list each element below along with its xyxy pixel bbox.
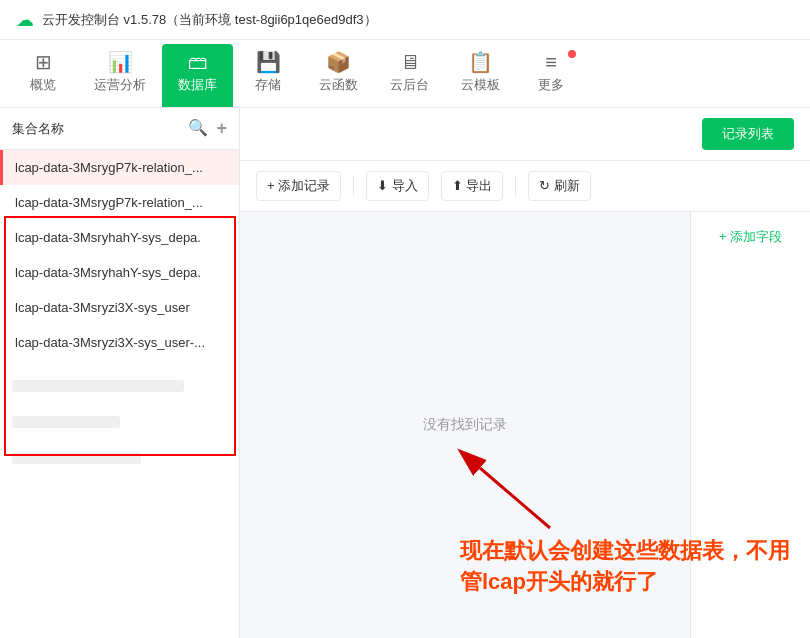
nav-functions-label: 云函数	[319, 76, 358, 94]
functions-icon: 📦	[326, 52, 351, 72]
overview-icon: ⊞	[35, 52, 52, 72]
nav-database[interactable]: 🗃 数据库	[162, 44, 233, 107]
nav-overview[interactable]: ⊞ 概览	[8, 44, 78, 107]
add-field-panel[interactable]: + 添加字段	[690, 212, 810, 638]
nav-database-label: 数据库	[178, 76, 217, 94]
nav-bar: ⊞ 概览 📊 运营分析 🗃 数据库 💾 存储 📦 云函数 🖥 云后台 📋 云模板…	[0, 40, 810, 108]
nav-storage-label: 存储	[255, 76, 281, 94]
add-record-button[interactable]: + 添加记录	[256, 171, 341, 201]
collection-item[interactable]: lcap-data-3Msryzi3X-sys_user	[0, 290, 239, 325]
import-button[interactable]: ⬇ 导入	[366, 171, 429, 201]
database-icon: 🗃	[188, 52, 208, 72]
collection-item[interactable]: lcap-data-3MsryhahY-sys_depa.	[0, 220, 239, 255]
sidebar-header: 集合名称 🔍 +	[0, 108, 239, 150]
analytics-icon: 📊	[108, 52, 133, 72]
sidebar-header-actions: 🔍 +	[188, 118, 227, 139]
nav-analytics-label: 运营分析	[94, 76, 146, 94]
right-panel: 记录列表 + 添加记录 ⬇ 导入 ⬆ 导出 ↻ 刷新 没有找到记录 + 添加字段	[240, 108, 810, 638]
sidebar: 集合名称 🔍 + lcap-data-3MsrygP7k-relation_..…	[0, 108, 240, 638]
nav-more[interactable]: ≡ 更多	[516, 44, 586, 107]
nav-templates-label: 云模板	[461, 76, 500, 94]
nav-more-label: 更多	[538, 76, 564, 94]
blurred-items	[0, 360, 239, 484]
nav-backend-label: 云后台	[390, 76, 429, 94]
toolbar-divider	[515, 176, 516, 196]
blurred-item	[0, 368, 239, 404]
content-area: 没有找到记录 + 添加字段	[240, 212, 810, 638]
nav-storage[interactable]: 💾 存储	[233, 44, 303, 107]
add-collection-icon[interactable]: +	[216, 118, 227, 139]
empty-text: 没有找到记录	[423, 416, 507, 434]
add-field-label: + 添加字段	[719, 228, 782, 246]
templates-icon: 📋	[468, 52, 493, 72]
nav-functions[interactable]: 📦 云函数	[303, 44, 374, 107]
storage-icon: 💾	[256, 52, 281, 72]
nav-backend[interactable]: 🖥 云后台	[374, 44, 445, 107]
nav-templates[interactable]: 📋 云模板	[445, 44, 516, 107]
refresh-button[interactable]: ↻ 刷新	[528, 171, 591, 201]
collection-item[interactable]: lcap-data-3MsryhahY-sys_depa.	[0, 255, 239, 290]
sidebar-title: 集合名称	[12, 120, 64, 138]
backend-icon: 🖥	[400, 52, 420, 72]
collection-item[interactable]: lcap-data-3MsrygP7k-relation_...	[0, 185, 239, 220]
app-logo-icon: ☁	[16, 9, 34, 31]
record-list-button[interactable]: 记录列表	[702, 118, 794, 150]
nav-analytics[interactable]: 📊 运营分析	[78, 44, 162, 107]
toolbar: + 添加记录 ⬇ 导入 ⬆ 导出 ↻ 刷新	[240, 161, 810, 212]
action-bar: 记录列表	[240, 108, 810, 161]
collection-list: lcap-data-3MsrygP7k-relation_... lcap-da…	[0, 150, 239, 638]
search-icon[interactable]: 🔍	[188, 118, 208, 139]
collection-item[interactable]: lcap-data-3Msryzi3X-sys_user-...	[0, 325, 239, 360]
empty-state: 没有找到记录	[240, 212, 690, 638]
app-title: 云开发控制台 v1.5.78（当前环境 test-8gii6p1qe6ed9df…	[42, 11, 377, 29]
blurred-item	[0, 440, 239, 476]
blurred-item	[0, 404, 239, 440]
toolbar-divider	[353, 176, 354, 196]
notification-badge	[568, 50, 576, 58]
title-bar: ☁ 云开发控制台 v1.5.78（当前环境 test-8gii6p1qe6ed9…	[0, 0, 810, 40]
more-icon: ≡	[545, 52, 557, 72]
nav-overview-label: 概览	[30, 76, 56, 94]
main-content: 集合名称 🔍 + lcap-data-3MsrygP7k-relation_..…	[0, 108, 810, 638]
export-button[interactable]: ⬆ 导出	[441, 171, 504, 201]
collection-item[interactable]: lcap-data-3MsrygP7k-relation_...	[0, 150, 239, 185]
